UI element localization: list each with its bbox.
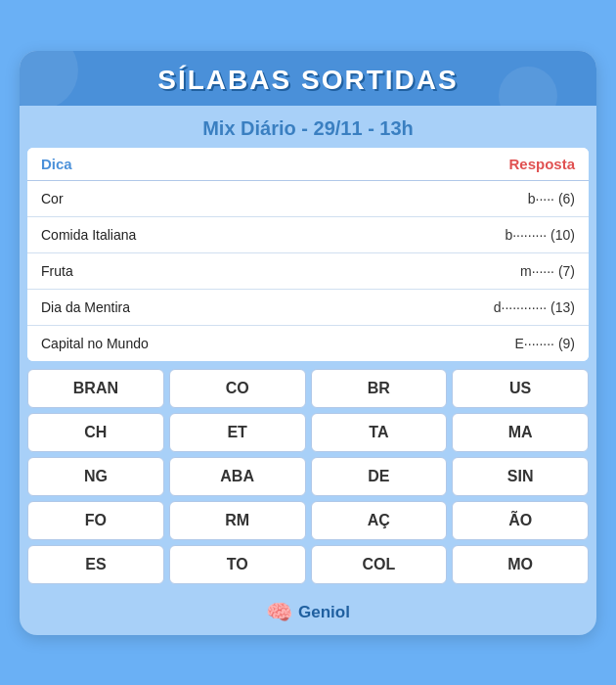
syllable-cell[interactable]: TA — [311, 413, 448, 452]
col-dica-header: Dica — [27, 148, 257, 180]
syllable-cell[interactable]: ET — [169, 413, 306, 452]
syllable-cell[interactable]: BR — [311, 369, 448, 408]
cell-dica: Cor — [27, 181, 257, 216]
syllable-cell[interactable]: ÃO — [452, 501, 589, 540]
cell-resposta: m······ (7) — [257, 253, 589, 289]
syllable-cell[interactable]: MO — [452, 545, 589, 584]
syllable-cell[interactable]: BRAN — [27, 369, 164, 408]
table-row: Comida Italiana b········· (10) — [27, 217, 589, 253]
syllable-cell[interactable]: ES — [27, 545, 164, 584]
col-resposta-header: Resposta — [257, 148, 589, 180]
syllable-cell[interactable]: RM — [169, 501, 306, 540]
cell-dica: Capital no Mundo — [27, 326, 257, 361]
table-body: Cor b····· (6) Comida Italiana b········… — [27, 181, 589, 361]
syllable-cell[interactable]: NG — [27, 457, 164, 496]
main-card: SÍLABAS SORTIDAS Mix Diário - 29/11 - 13… — [20, 51, 596, 635]
syllable-cell[interactable]: SIN — [452, 457, 589, 496]
syllable-cell[interactable]: CH — [27, 413, 164, 452]
syllable-cell[interactable]: COL — [311, 545, 448, 584]
subtitle: Mix Diário - 29/11 - 13h — [20, 106, 596, 148]
cell-resposta: b····· (6) — [257, 181, 589, 216]
table-header: Dica Resposta — [27, 148, 589, 181]
page-title: SÍLABAS SORTIDAS — [20, 65, 596, 96]
syllable-cell[interactable]: US — [452, 369, 589, 408]
brain-icon: 🧠 — [266, 600, 292, 625]
cell-dica: Fruta — [27, 253, 257, 289]
table-row: Capital no Mundo E········ (9) — [27, 326, 589, 361]
cell-dica: Dia da Mentira — [27, 290, 257, 325]
footer: 🧠 Geniol — [20, 592, 596, 635]
cell-resposta: E········ (9) — [257, 326, 589, 361]
cell-dica: Comida Italiana — [27, 217, 257, 252]
clues-table: Dica Resposta Cor b····· (6) Comida Ital… — [27, 148, 589, 361]
syllable-cell[interactable]: ABA — [169, 457, 306, 496]
syllable-cell[interactable]: CO — [169, 369, 306, 408]
syllable-cell[interactable]: MA — [452, 413, 589, 452]
table-row: Fruta m······ (7) — [27, 253, 589, 290]
cell-resposta: b········· (10) — [257, 217, 589, 252]
table-row: Cor b····· (6) — [27, 181, 589, 217]
syllable-cell[interactable]: FO — [27, 501, 164, 540]
brand-name: Geniol — [298, 603, 350, 622]
header: SÍLABAS SORTIDAS — [20, 51, 596, 106]
syllable-cell[interactable]: AÇ — [311, 501, 448, 540]
table-row: Dia da Mentira d············ (13) — [27, 290, 589, 326]
syllable-cell[interactable]: DE — [311, 457, 448, 496]
syllables-grid: BRANCOBRUSCHETTAMANGABADESINFORMAÇÃOESTO… — [27, 369, 589, 584]
syllable-cell[interactable]: TO — [169, 545, 306, 584]
cell-resposta: d············ (13) — [257, 290, 589, 325]
